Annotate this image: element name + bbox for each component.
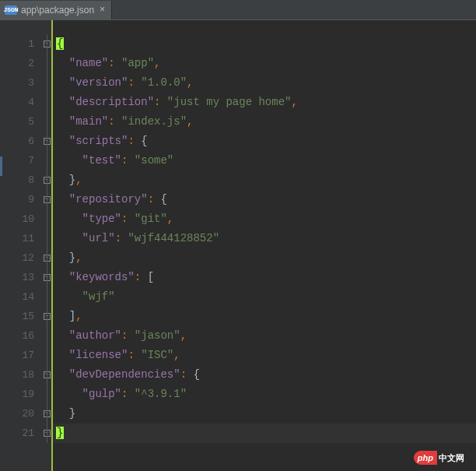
active-line-marker (0, 156, 2, 176)
code-line[interactable]: } (53, 424, 476, 443)
code-line[interactable]: }, (53, 170, 476, 190)
fold-gutter: −−−−−−−−−− (42, 20, 53, 471)
watermark-badge: php (414, 451, 437, 465)
json-string: "ISC" (141, 349, 173, 361)
code-line[interactable]: { (53, 34, 476, 54)
fold-cell (42, 73, 51, 93)
json-string: "git" (135, 213, 167, 225)
json-string: "1.0.0" (141, 76, 187, 89)
json-punct: , (75, 251, 82, 264)
json-punct: : (135, 271, 148, 283)
code-line[interactable]: "type": "git", (53, 209, 476, 229)
json-string: "some" (135, 154, 173, 167)
fold-cell (42, 54, 51, 73)
json-key: "url" (82, 232, 115, 244)
fold-cell: − (42, 268, 51, 287)
line-number: 21 (9, 424, 42, 443)
json-key: "scripts" (69, 135, 128, 147)
json-punct: : (121, 213, 135, 225)
fold-cell: − (42, 404, 51, 424)
json-punct: : (121, 154, 135, 167)
json-string: "wjf444128852" (128, 232, 219, 244)
json-key: "test" (82, 154, 121, 167)
line-number: 9 (9, 190, 42, 209)
json-punct: : (180, 368, 194, 381)
code-line[interactable]: "test": "some" (53, 151, 476, 170)
fold-cell: − (42, 170, 51, 190)
code-line[interactable]: "url": "wjf444128852" (53, 229, 476, 248)
fold-cell: − (42, 132, 51, 151)
line-number: 17 (9, 346, 42, 365)
file-tab[interactable]: JSON app\package.json × (0, 1, 112, 19)
watermark: php 中文网 (414, 451, 464, 465)
fold-cell: − (42, 190, 51, 209)
line-number: 12 (9, 248, 42, 268)
code-line[interactable]: ], (53, 307, 476, 326)
fold-cell (42, 93, 51, 112)
cursor: } (56, 427, 64, 439)
code-line[interactable]: }, (53, 248, 476, 268)
json-punct: , (75, 174, 82, 186)
fold-cell: − (42, 307, 51, 326)
line-number: 11 (9, 229, 42, 248)
tab-title: app\package.json (21, 5, 94, 16)
json-key: "version" (69, 76, 128, 89)
json-punct: : (121, 388, 135, 400)
code-line[interactable]: } (53, 404, 476, 424)
fold-cell (42, 287, 51, 307)
line-number: 6 (9, 132, 42, 151)
json-punct: : (108, 115, 121, 128)
json-brace: } (69, 251, 75, 264)
code-line[interactable]: "devDependencies": { (53, 365, 476, 385)
code-line[interactable]: "scripts": { (53, 132, 476, 151)
json-punct: , (180, 329, 187, 342)
code-line[interactable]: "version": "1.0.0", (53, 73, 476, 93)
json-string: "^3.9.1" (135, 388, 187, 400)
code-line[interactable]: "license": "ISC", (53, 346, 476, 365)
line-number: 2 (9, 54, 42, 73)
code-line[interactable]: "gulp": "^3.9.1" (53, 385, 476, 404)
json-key: "repository" (69, 193, 148, 206)
line-number: 4 (9, 93, 42, 112)
tab-bar: JSON app\package.json × (0, 0, 476, 20)
fold-cell (42, 385, 51, 404)
json-punct: : (128, 349, 141, 361)
line-number: 3 (9, 73, 42, 93)
code-line[interactable]: "author": "jason", (53, 326, 476, 346)
code-line[interactable]: "main": "index.js", (53, 112, 476, 132)
json-string: "jason" (135, 329, 180, 342)
fold-cell (42, 151, 51, 170)
json-brace: } (69, 407, 75, 420)
json-brace: { (193, 368, 199, 381)
fold-cell (42, 326, 51, 346)
code-line[interactable]: "description": "just my page home", (53, 93, 476, 112)
json-punct: , (187, 76, 193, 89)
code-line[interactable]: "keywords": [ (53, 268, 476, 287)
code-line[interactable]: "wjf" (53, 287, 476, 307)
editor[interactable]: 123456789101112131415161718192021 −−−−−−… (0, 20, 476, 471)
json-punct: , (291, 96, 297, 108)
code-area[interactable]: { "name": "app", "version": "1.0.0", "de… (53, 20, 476, 471)
close-icon[interactable]: × (98, 5, 107, 16)
json-key: "name" (69, 57, 108, 69)
fold-cell: − (42, 424, 51, 443)
fold-cell (42, 112, 51, 132)
json-key: "gulp" (82, 388, 121, 400)
json-key: "license" (69, 349, 128, 361)
json-brace: } (69, 174, 75, 186)
code-line[interactable]: "repository": { (53, 190, 476, 209)
line-number: 1 (9, 34, 42, 54)
line-number: 19 (9, 385, 42, 404)
json-punct: , (173, 349, 180, 361)
code-line[interactable]: "name": "app", (53, 54, 476, 73)
json-brace: ] (69, 310, 75, 322)
json-brace: { (160, 193, 166, 206)
json-brace: [ (148, 271, 154, 283)
json-file-icon: JSON (5, 5, 17, 15)
cursor: { (56, 37, 64, 50)
json-brace: { (141, 135, 147, 147)
json-key: "keywords" (69, 271, 135, 283)
fold-cell (42, 346, 51, 365)
json-string: "wjf" (82, 290, 115, 303)
json-punct: : (121, 329, 135, 342)
